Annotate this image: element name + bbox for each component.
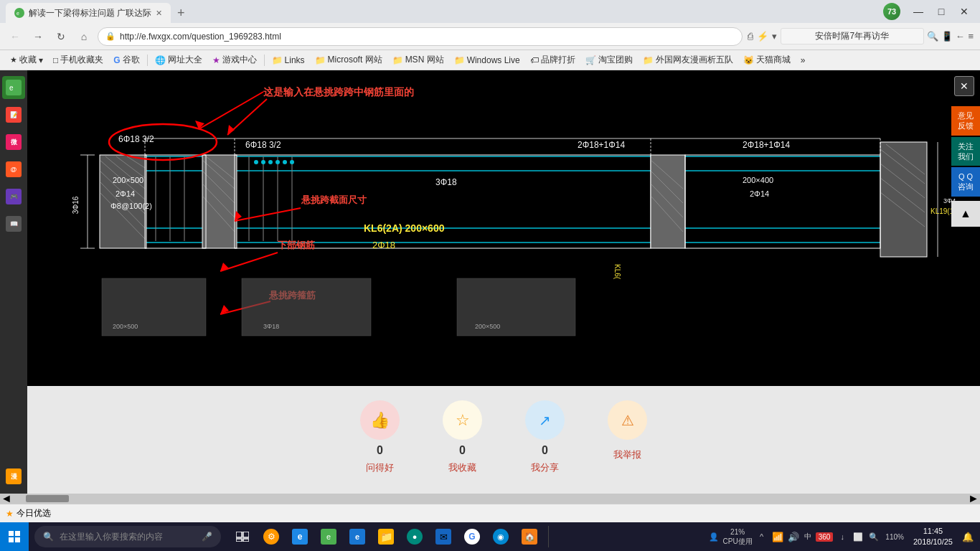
tray-volume-icon[interactable]: 🔊 <box>787 530 800 543</box>
taskbar-icon-g[interactable]: G <box>459 522 485 551</box>
diagram-close-btn[interactable]: ✕ <box>954 76 974 96</box>
forward-btn[interactable]: → <box>29 27 47 46</box>
like-icon: 👍 <box>370 411 390 430</box>
search-icon: 🔍 <box>43 532 54 542</box>
sidebar-icon-bookmark[interactable]: 📖 <box>2 212 25 235</box>
back-btn[interactable]: ← <box>6 27 24 46</box>
svg-rect-104 <box>243 539 249 542</box>
taskbar-icon-mail[interactable]: ✉ <box>430 522 456 551</box>
tray-person-icon[interactable]: 👤 <box>707 530 720 543</box>
bm-tmall[interactable]: 😺天猫商城 <box>739 52 795 67</box>
scroll-left-btn[interactable]: ◄ <box>1 494 11 504</box>
sidebar-icon-weibo[interactable]: 微 <box>2 131 25 154</box>
bm-manga[interactable]: 📁外国网友漫画析五队 <box>639 52 738 67</box>
minimize-btn[interactable]: — <box>908 4 928 19</box>
taskbar-icon-green-circle[interactable]: ● <box>402 522 428 551</box>
tray-input-method[interactable]: 中 <box>803 532 813 542</box>
scroll-top-btn[interactable]: ▲ <box>951 201 980 227</box>
taskbar-search[interactable]: 🔍 在这里输入你要搜索的内容 🎤 <box>34 526 221 547</box>
svg-point-58 <box>268 160 273 164</box>
url-bar[interactable]: 🔒 http://e.fwxgx.com/question_1969283.ht… <box>98 27 743 46</box>
dropdown-btn[interactable]: ▾ <box>771 28 778 45</box>
taskbar-icon-blue[interactable]: ◉ <box>488 522 514 551</box>
bm-more[interactable]: » <box>796 54 810 67</box>
start-btn[interactable] <box>0 522 29 551</box>
bm-games[interactable]: ★游戏中心 <box>208 52 261 67</box>
close-btn[interactable]: ✕ <box>954 4 974 19</box>
bm-mobile-label: 手机收藏夹 <box>60 54 103 66</box>
scroll-right-btn[interactable]: ► <box>969 494 979 504</box>
maximize-btn[interactable]: □ <box>931 4 951 19</box>
new-tab-btn[interactable]: + <box>171 3 191 23</box>
action-favorite[interactable]: ☆ 0 我收藏 <box>443 400 482 474</box>
cpu-label: CPU使用 <box>723 537 753 546</box>
notification-badge[interactable]: 73 <box>883 3 900 20</box>
taskbar-icon-browser2[interactable]: e <box>316 522 341 551</box>
tray-recover-icon[interactable]: ⬜ <box>852 530 864 543</box>
cad-diagram: 3Φ16 3Φ4 <box>27 70 980 386</box>
bm-manga-label: 外国网友漫画析五队 <box>656 54 733 66</box>
favorite-label: 我收藏 <box>448 461 476 474</box>
sidebar-icon-manga[interactable]: 漫 <box>2 465 25 488</box>
bm-windowslive[interactable]: 📁Windows Live <box>450 54 524 67</box>
svg-point-56 <box>254 160 258 164</box>
bm-chevron: ▾ <box>39 55 43 65</box>
report-label: 我举报 <box>613 448 641 461</box>
h-scrollbar[interactable]: ◄ ► <box>0 494 980 504</box>
tray-arrow-down-icon[interactable]: ↓ <box>836 530 849 543</box>
follow-btn[interactable]: 关注我们 <box>951 137 980 166</box>
bm-favorites[interactable]: ★ 收藏 ▾ <box>6 52 47 67</box>
taskbar-icon-apps[interactable]: ⚙ <box>258 522 284 551</box>
tray-network-icon[interactable]: 📶 <box>771 530 784 543</box>
like-circle: 👍 <box>360 400 400 440</box>
bm-brand[interactable]: 🏷品牌打折 <box>526 52 580 67</box>
bm-ms-icon: 📁 <box>315 55 326 65</box>
bm-google[interactable]: G谷歌 <box>109 52 143 67</box>
menu-btn[interactable]: ≡ <box>968 28 974 45</box>
phone-icon[interactable]: 📱 <box>941 28 953 45</box>
bm-mobile[interactable]: □手机收藏夹 <box>49 52 108 67</box>
back-arrow-btn[interactable]: ← <box>956 28 965 45</box>
title-bar: e 解读一下梁得标注问题 广联达际 ✕ + 73 — □ ✕ <box>0 0 980 23</box>
sidebar-icon-game[interactable]: 🎮 <box>2 185 25 208</box>
home-btn[interactable]: ⌂ <box>75 27 93 46</box>
taskbar-icon-ie2[interactable]: e <box>344 522 370 551</box>
taskbar-icon-ie[interactable]: e <box>287 522 313 551</box>
lightning-btn[interactable]: ⚡ <box>757 28 768 45</box>
action-report[interactable]: ⚠ 我举报 <box>608 400 647 474</box>
sidebar-icon-red[interactable]: 📝 <box>2 103 25 126</box>
qq-btn[interactable]: Q Q咨询 <box>951 167 980 197</box>
scroll-thumb[interactable] <box>26 495 69 502</box>
svg-text:2Φ18: 2Φ18 <box>372 240 395 250</box>
tab-close-btn[interactable]: ✕ <box>156 9 162 18</box>
svg-text:3Φ16: 3Φ16 <box>72 196 80 214</box>
action-share[interactable]: ↗ 0 我分享 <box>525 400 565 474</box>
sidebar-icon-mail[interactable]: @ <box>2 158 25 181</box>
notification-center-btn[interactable]: 🔔 <box>960 529 976 545</box>
system-clock[interactable]: 11:45 2018/10/25 <box>909 526 957 548</box>
bm-sep1 <box>147 55 148 66</box>
sidebar-icon-home[interactable]: e <box>2 76 25 99</box>
bm-taobao[interactable]: 🛒淘宝团购 <box>581 52 637 67</box>
green-circle-icon: ● <box>407 529 423 545</box>
search-btn[interactable]: 🔍 <box>927 28 938 45</box>
bm-google-label: 谷歌 <box>123 54 140 66</box>
report-icon: ⚠ <box>621 412 634 429</box>
tray-search-icon[interactable]: 🔍 <box>867 530 880 543</box>
bm-msn[interactable]: 📁MSN 网站 <box>388 52 448 67</box>
bm-sites[interactable]: 🌐网址大全 <box>151 52 207 67</box>
taskbar-icon-task[interactable] <box>230 522 255 551</box>
bm-taobao-icon: 🛒 <box>585 55 596 65</box>
bm-links[interactable]: 📁Links <box>268 54 309 67</box>
action-like[interactable]: 👍 0 问得好 <box>360 400 400 474</box>
bm-microsoft[interactable]: 📁Microsoft 网站 <box>311 52 387 67</box>
taskbar-icon-yellow[interactable]: 🏠 <box>517 522 542 551</box>
bm-games-label: 游戏中心 <box>222 54 257 66</box>
antivirus-btn[interactable]: 360 <box>816 532 834 542</box>
feedback-btn[interactable]: 意见反馈 <box>951 106 980 136</box>
active-tab[interactable]: e 解读一下梁得标注问题 广联达际 ✕ <box>6 3 171 23</box>
taskbar-icon-explorer[interactable]: 📁 <box>373 522 399 551</box>
tray-expand-icon[interactable]: ^ <box>755 530 768 543</box>
refresh-btn[interactable]: ↻ <box>52 27 70 46</box>
share-btn[interactable]: ⎙ <box>747 28 753 45</box>
